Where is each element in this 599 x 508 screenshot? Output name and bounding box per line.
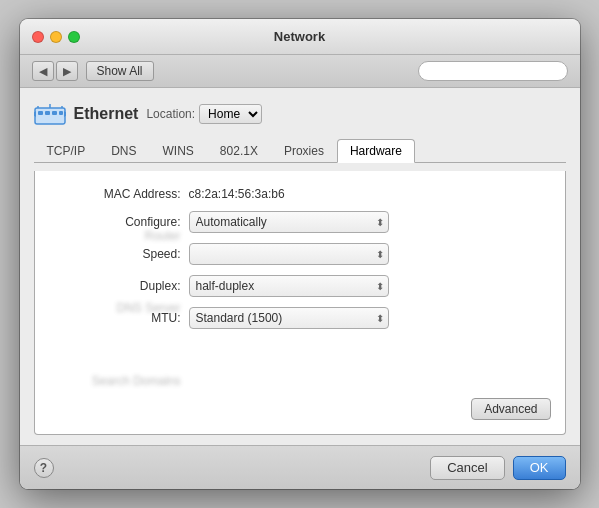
blurred-dns-label: DNS Server	[51, 301, 181, 315]
show-all-button[interactable]: Show All	[86, 61, 154, 81]
location-bar: Location: Home	[146, 102, 262, 126]
tab-8021x[interactable]: 802.1X	[207, 139, 271, 163]
back-button[interactable]: ◀	[32, 61, 54, 81]
ok-button[interactable]: OK	[513, 456, 566, 480]
traffic-lights	[32, 31, 80, 43]
configure-select-wrapper: Automatically Manually	[189, 211, 389, 233]
svg-rect-2	[45, 111, 50, 115]
blurred-router-label: Router	[51, 229, 181, 243]
speed-select-wrapper: 10 Mbit/s 100 Mbit/s 1000 Mbit/s Auto	[189, 243, 389, 265]
location-label: Location:	[146, 107, 195, 121]
tab-hardware[interactable]: Hardware	[337, 139, 415, 163]
svg-rect-1	[38, 111, 43, 115]
mtu-select-wrapper: Standard (1500) Jumbo (9000) Custom	[189, 307, 389, 329]
configure-select[interactable]: Automatically Manually	[189, 211, 389, 233]
cancel-button[interactable]: Cancel	[430, 456, 504, 480]
toolbar: ◀ ▶ Show All	[20, 55, 580, 88]
speed-select[interactable]: 10 Mbit/s 100 Mbit/s 1000 Mbit/s Auto	[189, 243, 389, 265]
title-bar: Network	[20, 19, 580, 55]
ethernet-icon	[34, 103, 66, 125]
mac-address-value: c8:2a:14:56:3a:b6	[189, 187, 549, 201]
svg-rect-3	[52, 111, 57, 115]
search-input[interactable]	[418, 61, 568, 81]
tab-dns[interactable]: DNS	[98, 139, 149, 163]
tab-tcpip[interactable]: TCP/IP	[34, 139, 99, 163]
network-window: Network ◀ ▶ Show All	[20, 19, 580, 489]
duplex-select-wrapper: half-duplex full-duplex	[189, 275, 389, 297]
content-area: Ethernet Location: Home TCP/IP DNS WINS …	[20, 88, 580, 445]
blurred-search-label: Search Domains	[51, 374, 181, 388]
bottom-bar: ? Cancel OK	[20, 445, 580, 489]
help-button[interactable]: ?	[34, 458, 54, 478]
tabs-container: TCP/IP DNS WINS 802.1X Proxies Hardware	[34, 138, 566, 163]
location-select[interactable]: Home	[199, 104, 262, 124]
device-header: Ethernet Location: Home	[34, 98, 566, 130]
minimize-button[interactable]	[50, 31, 62, 43]
bottom-buttons: Cancel OK	[430, 456, 565, 480]
tab-wins[interactable]: WINS	[150, 139, 207, 163]
hardware-panel: Router DNS Server Search Domains MAC Add…	[34, 171, 566, 435]
tab-proxies[interactable]: Proxies	[271, 139, 337, 163]
duplex-select[interactable]: half-duplex full-duplex	[189, 275, 389, 297]
svg-rect-4	[59, 111, 63, 115]
window-title: Network	[274, 29, 325, 44]
forward-button[interactable]: ▶	[56, 61, 78, 81]
device-name: Ethernet	[74, 105, 139, 123]
mtu-select[interactable]: Standard (1500) Jumbo (9000) Custom	[189, 307, 389, 329]
svg-rect-0	[35, 108, 65, 124]
advanced-button[interactable]: Advanced	[471, 398, 550, 420]
mac-address-label: MAC Address:	[51, 187, 181, 201]
close-button[interactable]	[32, 31, 44, 43]
maximize-button[interactable]	[68, 31, 80, 43]
nav-buttons: ◀ ▶	[32, 61, 78, 81]
